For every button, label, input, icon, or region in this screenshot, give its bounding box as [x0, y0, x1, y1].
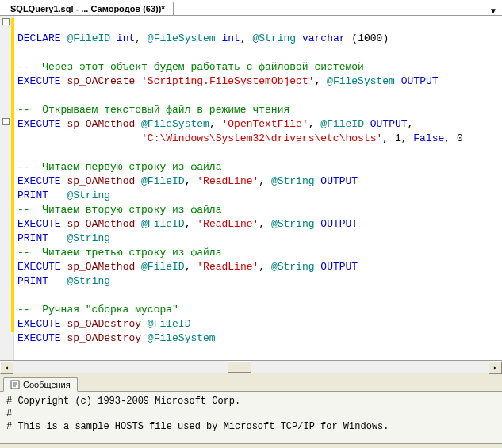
- proc: sp_OACreate: [67, 75, 135, 87]
- string: 'ReadLine': [197, 175, 259, 187]
- string: 'OpenTextFile': [222, 118, 308, 130]
- proc: sp_OADestroy: [67, 318, 141, 330]
- variable: @FileID: [141, 261, 185, 273]
- proc: sp_OAMethod: [67, 118, 135, 130]
- variable: @FileSystem: [148, 332, 216, 344]
- messages-tab-label: Сообщения: [23, 380, 71, 389]
- number: 1: [395, 132, 401, 144]
- keyword: PRINT: [17, 190, 48, 201]
- variable: @String: [271, 261, 315, 273]
- results-tab-bar: Сообщения: [0, 373, 502, 392]
- variable: @String: [67, 190, 110, 201]
- keyword: EXECUTE: [17, 75, 61, 87]
- keyword: EXECUTE: [17, 218, 61, 230]
- proc: sp_OAMethod: [67, 261, 135, 273]
- message-line: #: [6, 408, 12, 419]
- file-tab[interactable]: SQLQuery1.sql - ... Самородов (63))*: [2, 2, 174, 15]
- comment: -- Через этот объект будем работать с фа…: [17, 61, 364, 73]
- scroll-left-button[interactable]: ◂: [0, 361, 13, 374]
- scroll-thumb[interactable]: [228, 361, 251, 373]
- keyword: OUTPUT: [401, 75, 439, 87]
- fold-toggle[interactable]: -: [2, 118, 10, 125]
- comment: -- Открываем текстовый файл в режиме чте…: [17, 104, 289, 116]
- status-bar: [0, 443, 502, 448]
- variable: @FileID: [320, 118, 364, 130]
- keyword: EXECUTE: [17, 318, 61, 330]
- variable: @String: [271, 175, 315, 187]
- keyword: EXECUTE: [17, 261, 61, 273]
- keyword: EXECUTE: [17, 332, 61, 344]
- number: 0: [457, 132, 463, 144]
- variable: @FileID: [148, 318, 191, 330]
- variable: @FileID: [141, 175, 185, 187]
- variable: @String: [67, 232, 110, 244]
- number: 1000: [358, 33, 382, 44]
- string: 'Scripting.FileSystemObject': [141, 75, 314, 87]
- proc: sp_OAMethod: [67, 175, 135, 187]
- comment: -- Читаем первую строку из файла: [17, 161, 221, 173]
- variable: @FileSystem: [327, 75, 395, 87]
- keyword: OUTPUT: [320, 218, 358, 230]
- editor-gutter: - -: [0, 16, 14, 360]
- keyword: False: [413, 132, 444, 144]
- messages-icon: [10, 380, 20, 389]
- message-line: # Copyright (c) 1993-2009 Microsoft Corp…: [6, 396, 240, 407]
- scroll-track[interactable]: [13, 361, 489, 373]
- type: int: [222, 33, 240, 44]
- keyword: PRINT: [17, 275, 48, 287]
- horizontal-scrollbar[interactable]: ◂ ▸: [0, 360, 502, 373]
- keyword: OUTPUT: [320, 261, 358, 273]
- message-line: # This is a sample HOSTS file used by Mi…: [6, 421, 389, 432]
- type: varchar: [302, 33, 346, 44]
- string: 'ReadLine': [197, 218, 259, 230]
- messages-tab[interactable]: Сообщения: [3, 377, 78, 392]
- string: 'ReadLine': [197, 261, 259, 273]
- document-tab-bar: SQLQuery1.sql - ... Самородов (63))* ▼: [0, 0, 502, 16]
- fold-toggle[interactable]: -: [2, 18, 10, 25]
- variable: @String: [271, 218, 315, 230]
- variable: @FileID: [67, 33, 110, 44]
- variable: @FileID: [141, 218, 185, 230]
- proc: sp_OADestroy: [67, 332, 141, 344]
- keyword: OUTPUT: [320, 175, 358, 187]
- tab-dropdown-icon[interactable]: ▼: [489, 6, 497, 15]
- variable: @FileSystem: [141, 118, 209, 130]
- comment: -- Читаем третью строку из файла: [17, 247, 221, 258]
- comment: -- Читаем вторую строку из файла: [17, 204, 221, 216]
- variable: @String: [253, 33, 297, 44]
- code-editor[interactable]: - - DECLARE @FileID int, @FileSystem int…: [0, 16, 502, 360]
- keyword: OUTPUT: [370, 118, 408, 130]
- type: int: [117, 33, 135, 44]
- keyword: EXECUTE: [17, 118, 61, 130]
- change-marker: [11, 18, 14, 332]
- variable: @FileSystem: [148, 33, 216, 44]
- comment: -- Ручная "сборка мусора": [17, 304, 178, 316]
- messages-pane[interactable]: # Copyright (c) 1993-2009 Microsoft Corp…: [0, 392, 502, 443]
- keyword: EXECUTE: [17, 175, 61, 187]
- keyword: PRINT: [17, 232, 48, 244]
- scroll-right-button[interactable]: ▸: [489, 361, 502, 374]
- proc: sp_OAMethod: [67, 218, 135, 230]
- variable: @String: [67, 275, 110, 287]
- string: 'C:\Windows\System32\drivers\etc\hosts': [141, 132, 382, 144]
- code-area[interactable]: DECLARE @FileID int, @FileSystem int, @S…: [14, 16, 502, 360]
- keyword: DECLARE: [17, 33, 61, 44]
